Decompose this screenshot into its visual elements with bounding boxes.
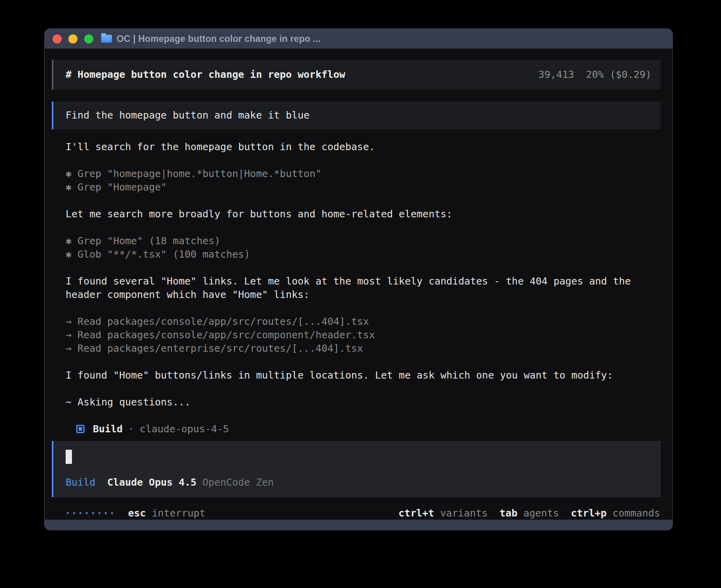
session-header: # Homepage button color change in repo w…	[52, 60, 661, 90]
session-title: # Homepage button color change in repo w…	[66, 69, 345, 80]
prompt-input[interactable]: Build Claude Opus 4.5 OpenCode Zen	[52, 441, 661, 497]
transcript-line	[66, 194, 647, 207]
transcript-line: ✱ Grep "homepage|home.*button|Home.*butt…	[66, 167, 647, 181]
transcript-line	[66, 302, 647, 315]
transcript: I'll search for the homepage button in t…	[52, 140, 661, 409]
interrupt-label: interrupt	[152, 507, 205, 519]
transcript-line: I'll search for the homepage button in t…	[66, 140, 647, 154]
status-left: esc interrupt	[53, 507, 206, 519]
transcript-line	[66, 154, 647, 167]
agent-name: Build	[93, 423, 123, 435]
status-bar: esc interrupt ctrl+tvariantstabagentsctr…	[52, 507, 661, 520]
spinner-dot	[98, 512, 100, 514]
folder-icon	[101, 35, 112, 43]
token-count: 39,413	[538, 69, 574, 80]
transcript-line	[66, 261, 647, 275]
spinner-dot	[111, 512, 113, 514]
hint-label: variants	[440, 507, 487, 519]
agent-model: claude-opus-4-5	[140, 423, 229, 435]
hint-key: ctrl+t	[398, 507, 434, 519]
window-title: OC | Homepage button color change in rep…	[117, 34, 321, 44]
tool-asterisk-icon: ✱	[66, 168, 77, 179]
transcript-line: → Read packages/enterprise/src/routes/[.…	[66, 342, 647, 355]
transcript-line: ✱ Glob "**/*.tsx" (100 matches)	[66, 248, 647, 261]
spinner-dot	[73, 512, 75, 514]
context-usage: 20% ($0.29)	[586, 69, 651, 80]
tool-asterisk-icon: ✱	[66, 235, 77, 247]
esc-key: esc	[128, 507, 146, 519]
terminal-body: # Homepage button color change in repo w…	[45, 49, 672, 520]
transcript-line: I found several "Home" links. Let me loo…	[66, 275, 647, 302]
hint-label: commands	[613, 507, 660, 519]
transcript-line: ~ Asking questions...	[66, 396, 647, 409]
window-titlebar: OC | Homepage button color change in rep…	[45, 29, 672, 49]
transcript-line	[66, 355, 647, 369]
spinner-dot	[67, 512, 69, 514]
close-button[interactable]	[53, 34, 62, 43]
hint-key: tab	[500, 507, 517, 519]
input-meta: Build Claude Opus 4.5 OpenCode Zen	[66, 476, 651, 489]
spinner-dot	[92, 512, 94, 514]
input-provider-label: OpenCode Zen	[202, 476, 274, 489]
minimize-button[interactable]	[68, 34, 77, 43]
terminal-window: OC | Homepage button color change in rep…	[44, 28, 673, 530]
user-message: Find the homepage button and make it blu…	[52, 102, 661, 129]
transcript-line	[66, 382, 647, 396]
transcript-line: I found "Home" buttons/links in multiple…	[66, 369, 647, 382]
spinner-dots	[67, 512, 113, 514]
hint-key: ctrl+p	[571, 507, 606, 519]
transcript-line: ✱ Grep "Homepage"	[66, 181, 647, 194]
read-arrow-icon: →	[66, 316, 77, 327]
spinner-dot	[105, 512, 107, 514]
window-bottom-edge	[45, 520, 672, 530]
spinner-dot	[86, 512, 88, 514]
input-mode-label: Build	[66, 476, 95, 489]
read-arrow-icon: →	[66, 343, 77, 354]
text-cursor	[66, 450, 72, 464]
input-model-label: Claude Opus 4.5	[107, 476, 196, 489]
read-arrow-icon: →	[66, 329, 77, 341]
hint-variants: ctrl+tvariants	[398, 507, 488, 519]
hint-commands: ctrl+pcommands	[571, 507, 660, 519]
transcript-line: → Read packages/console/app/src/routes/[…	[66, 315, 647, 328]
spinner-dot	[79, 512, 81, 514]
tool-asterisk-icon: ✱	[66, 181, 77, 193]
maximize-button[interactable]	[84, 34, 93, 43]
agent-status: Build · claude-opus-4-5	[52, 422, 661, 435]
transcript-line: ✱ Grep "Home" (18 matches)	[66, 234, 647, 248]
transcript-line: → Read packages/console/app/src/componen…	[66, 328, 647, 342]
tool-asterisk-icon: ✱	[66, 249, 77, 260]
status-hints: ctrl+tvariantstabagentsctrl+pcommands	[387, 507, 660, 519]
transcript-line: Let me search more broadly for buttons a…	[66, 207, 647, 221]
transcript-line	[66, 221, 647, 234]
user-message-text: Find the homepage button and make it blu…	[66, 109, 310, 121]
agent-icon	[76, 425, 85, 433]
window-controls	[53, 34, 93, 43]
hint-agents: tabagents	[500, 507, 559, 519]
agent-separator: ·	[128, 423, 134, 435]
hint-label: agents	[523, 507, 559, 519]
session-stats: 39,413 20% ($0.29)	[538, 69, 651, 80]
